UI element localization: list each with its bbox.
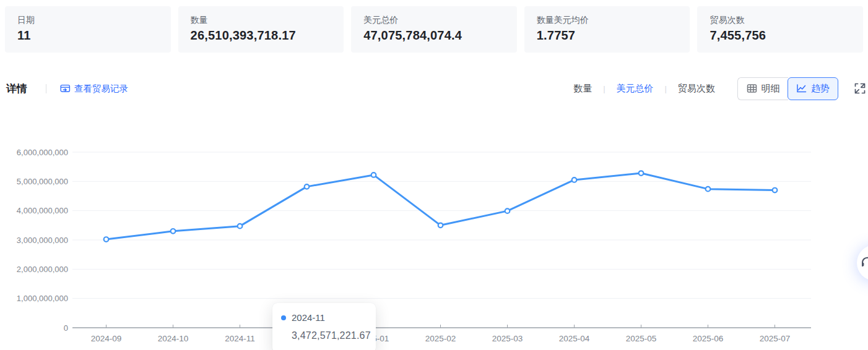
svg-text:2025-05: 2025-05: [626, 334, 657, 343]
detail-view-label: 明细: [762, 83, 780, 95]
line-chart-icon: [796, 83, 807, 93]
stat-value: 26,510,393,718.17: [191, 28, 332, 43]
stat-card-usd-total: 美元总价 47,075,784,074.4: [351, 6, 517, 53]
stats-row: 日期 11 数量 26,510,393,718.17 美元总价 47,075,7…: [5, 6, 863, 53]
svg-text:6,000,000,000: 6,000,000,000: [17, 148, 68, 157]
section-title: 详情: [6, 82, 27, 96]
divider: |: [603, 84, 605, 93]
svg-text:3,000,000,000: 3,000,000,000: [17, 236, 68, 245]
fullscreen-button[interactable]: [853, 82, 867, 95]
stat-card-trade-count: 贸易次数 7,455,756: [697, 6, 863, 53]
stat-value: 1.7757: [537, 28, 678, 43]
svg-text:0: 0: [64, 323, 68, 333]
chart-tooltip: 2024-11 3,472,571,221.67: [272, 303, 376, 350]
svg-text:5,000,000,000: 5,000,000,000: [17, 177, 68, 186]
divider: [46, 84, 46, 93]
headset-icon: [859, 256, 868, 270]
svg-text:2024-11: 2024-11: [225, 334, 255, 343]
trend-view-label: 趋势: [811, 83, 830, 95]
stat-card-quantity: 数量 26,510,393,718.17: [178, 6, 344, 53]
stat-value: 47,075,784,074.4: [363, 28, 505, 43]
stat-value: 11: [17, 28, 158, 43]
series-dot-icon: [281, 315, 286, 320]
stat-label: 数量: [191, 14, 332, 25]
stat-card-avg-price: 数量美元均价 1.7757: [524, 6, 690, 53]
stat-value: 7,455,756: [710, 28, 851, 43]
svg-text:2024-10: 2024-10: [158, 334, 189, 343]
stat-card-date: 日期 11: [5, 6, 171, 53]
svg-text:2,000,000,000: 2,000,000,000: [17, 265, 68, 274]
svg-text:2024-09: 2024-09: [91, 334, 122, 343]
svg-text:2025-03: 2025-03: [492, 334, 523, 343]
tab-usd-total[interactable]: 美元总价: [615, 83, 655, 95]
detail-view-button[interactable]: 明细: [737, 77, 788, 100]
tooltip-value: 3,472,571,221.67: [292, 330, 366, 341]
divider: |: [665, 84, 667, 93]
stat-label: 日期: [17, 14, 158, 25]
svg-text:2025-07: 2025-07: [760, 334, 791, 343]
view-trade-records-link[interactable]: 查看贸易记录: [60, 83, 128, 95]
stat-label: 美元总价: [363, 14, 505, 25]
fullscreen-expand-icon: [854, 82, 866, 95]
svg-text:2025-04: 2025-04: [559, 334, 590, 343]
trend-view-button[interactable]: 趋势: [788, 77, 838, 100]
view-toggle-group: 明细 趋势: [737, 77, 838, 100]
svg-text:1,000,000,000: 1,000,000,000: [17, 294, 68, 303]
window-arrow-icon: [60, 83, 71, 93]
detail-bar: 详情 查看贸易记录 数量 | 美元总价 | 贸易次数: [6, 77, 867, 100]
stat-label: 数量美元均价: [537, 14, 678, 25]
table-icon: [747, 83, 757, 93]
stat-label: 贸易次数: [710, 14, 851, 25]
svg-text:2025-06: 2025-06: [693, 334, 724, 343]
view-trade-records-label: 查看贸易记录: [74, 83, 128, 95]
tab-quantity[interactable]: 数量: [572, 83, 593, 95]
svg-text:2025-02: 2025-02: [425, 334, 456, 343]
svg-text:4,000,000,000: 4,000,000,000: [17, 206, 68, 215]
tooltip-date: 2024-11: [292, 312, 325, 323]
metric-tabs: 数量 | 美元总价 | 贸易次数: [572, 83, 716, 95]
tab-trade-count[interactable]: 贸易次数: [677, 83, 716, 95]
